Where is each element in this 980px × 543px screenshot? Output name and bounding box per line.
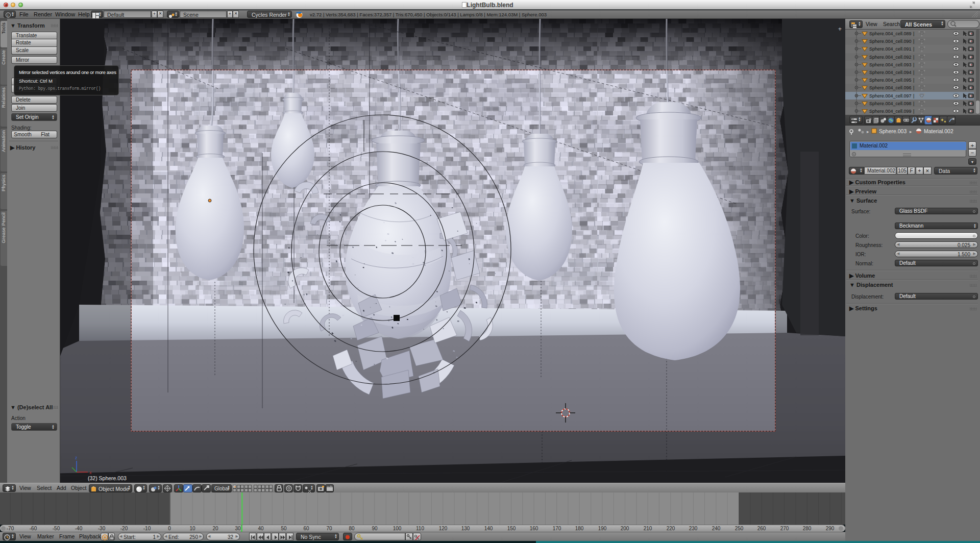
svg-text:+: + bbox=[838, 26, 842, 33]
svg-text:x: x bbox=[89, 470, 92, 475]
svg-text:Sphere.004_cell.098: Sphere.004_cell.098 bbox=[869, 101, 912, 106]
svg-text:|: | bbox=[913, 109, 914, 114]
svg-text:Sphere.004_cell.092: Sphere.004_cell.092 bbox=[869, 55, 912, 60]
svg-text:Material.002: Material.002 bbox=[924, 128, 953, 134]
svg-text:Sphere.004_cell.095: Sphere.004_cell.095 bbox=[869, 78, 912, 83]
svg-text:Sphere.004_cell.093: Sphere.004_cell.093 bbox=[869, 62, 912, 67]
svg-text:|: | bbox=[913, 55, 914, 60]
svg-text:|: | bbox=[913, 101, 914, 106]
svg-text:(32) Sphere.003: (32) Sphere.003 bbox=[88, 475, 127, 481]
svg-text:|: | bbox=[913, 31, 914, 36]
svg-text:Sphere.004_cell.096: Sphere.004_cell.096 bbox=[869, 85, 912, 90]
svg-text:|: | bbox=[913, 85, 914, 90]
svg-text:Sphere.004_cell.091: Sphere.004_cell.091 bbox=[869, 46, 912, 52]
svg-text:|: | bbox=[913, 78, 914, 83]
svg-text:|: | bbox=[913, 39, 914, 44]
svg-text:▸: ▸ bbox=[910, 129, 912, 134]
svg-text:|: | bbox=[913, 93, 914, 98]
svg-text:Sphere.004_cell.090: Sphere.004_cell.090 bbox=[869, 39, 912, 44]
svg-text:Sphere.004_cell.097: Sphere.004_cell.097 bbox=[869, 93, 912, 98]
svg-text:Sphere.003: Sphere.003 bbox=[879, 128, 906, 134]
svg-text:|: | bbox=[913, 70, 914, 75]
svg-text:▸: ▸ bbox=[867, 129, 869, 134]
svg-text:Sphere.004_cell.099: Sphere.004_cell.099 bbox=[869, 109, 912, 114]
svg-text:|: | bbox=[913, 46, 914, 52]
svg-text:z: z bbox=[75, 455, 78, 460]
svg-text:Sphere.004_cell.089: Sphere.004_cell.089 bbox=[869, 31, 912, 36]
svg-text:|: | bbox=[913, 62, 914, 67]
svg-text:i: i bbox=[8, 13, 9, 18]
svg-text:Sphere.004_cell.094: Sphere.004_cell.094 bbox=[869, 70, 912, 75]
